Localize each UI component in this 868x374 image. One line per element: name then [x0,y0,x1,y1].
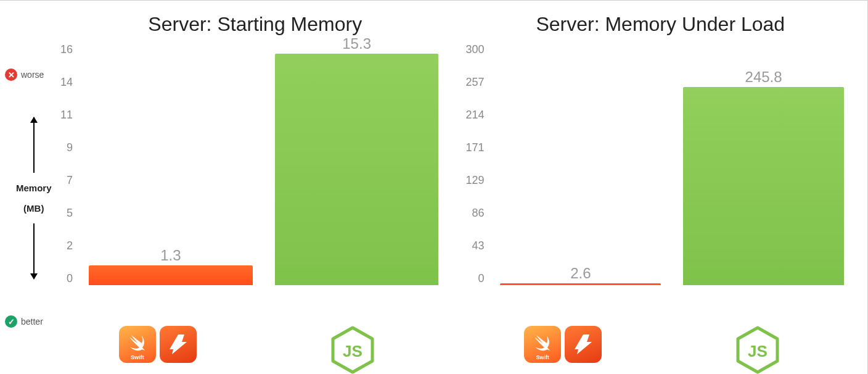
y-tick: 300 [466,43,485,56]
y-axis-label-1: Memory [16,183,52,193]
y-tick: 9 [67,141,73,154]
y-tick: 0 [67,272,73,285]
swift-icon: Swift [524,326,561,363]
arrow-down-icon [33,223,35,279]
legend-worse-label: worse [21,70,44,80]
y-axis-ticks: 300 257 214 171 129 86 43 0 [466,43,489,285]
bar-swift-value: 1.3 [160,247,181,264]
y-tick: 14 [60,76,73,89]
worse-icon: ✕ [5,69,17,81]
x-axis-icons: Swift JS [466,317,856,374]
y-tick: 171 [466,141,485,154]
chart-memory-under-load: Server: Memory Under Load 300 257 214 17… [462,1,868,374]
y-tick: 5 [67,207,73,220]
bar-swift: 1.3 [89,265,253,285]
chart-title: Server: Starting Memory [60,13,450,36]
bar-node: 245.8 [683,87,844,285]
node-icon-wrap: JS [672,326,843,374]
y-tick: 257 [466,76,485,89]
plot-area: 1.3 15.3 [78,43,449,285]
swift-icon: Swift [119,326,156,363]
bar-node: 15.3 [275,54,439,285]
swift-sublabel: Swift [536,354,550,360]
y-tick: 0 [478,272,485,285]
x-axis-icons: Swift JS [60,317,450,374]
chart-title: Server: Memory Under Load [466,13,856,36]
kitura-icon [160,326,197,363]
legend-worse: ✕ worse [5,69,44,81]
nodejs-icon: JS [331,326,374,374]
y-tick: 214 [466,109,485,122]
bar-swift: 2.6 [500,283,661,285]
y-tick: 2 [67,239,73,252]
chart-starting-memory: Server: Starting Memory 16 14 11 9 7 5 2… [57,1,462,374]
y-tick: 11 [60,109,73,122]
swift-sublabel: Swift [131,354,144,360]
nodejs-icon: JS [736,326,779,374]
y-tick: 43 [472,239,485,252]
bar-node-value: 245.8 [745,69,782,86]
bar-swift-rect: 1.3 [89,265,253,285]
y-axis-ticks: 16 14 11 9 7 5 2 0 [60,43,78,285]
y-tick: 129 [466,174,485,187]
swift-kitura-icons: Swift [477,326,649,363]
bar-swift-rect: 2.6 [500,283,661,285]
legend-better-label: better [21,317,43,326]
bar-node-value: 15.3 [342,35,371,52]
y-axis-label-2: (MB) [23,203,44,214]
nodejs-text: JS [748,342,768,360]
legend-better: ✓ better [5,315,43,328]
bar-node-rect: 245.8 [683,87,844,285]
better-icon: ✓ [5,315,17,328]
charts-container: Server: Starting Memory 16 14 11 9 7 5 2… [57,1,867,374]
nodejs-text: JS [343,342,362,360]
axis-direction: Memory (MB) [16,117,52,279]
swift-kitura-icons: Swift [72,326,244,363]
y-tick: 16 [60,43,73,56]
plot-area: 2.6 245.8 [489,43,855,285]
y-tick: 7 [67,174,73,187]
kitura-icon [565,326,602,363]
bar-node-rect: 15.3 [275,54,439,285]
node-icon-wrap: JS [267,326,438,374]
arrow-up-icon [33,117,35,173]
bar-swift-value: 2.6 [570,265,591,282]
y-axis-legend: ✕ worse Memory (MB) ✓ better [5,69,57,328]
y-tick: 86 [472,207,485,220]
